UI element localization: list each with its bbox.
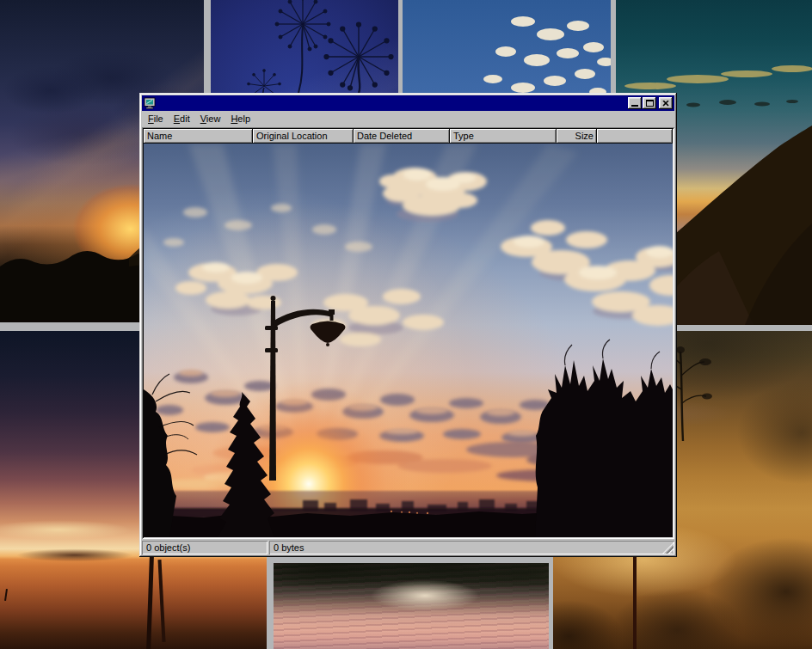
column-header-row: Name Original Location Date Deleted Type… [144,129,673,144]
menu-edit[interactable]: Edit [169,112,195,126]
file-list-area[interactable]: Name Original Location Date Deleted Type… [142,127,674,539]
minimize-icon [631,105,638,107]
column-header-filler [597,129,673,144]
maximize-icon [646,100,654,107]
recycle-bin-window: File Edit View Help Name Original Locati… [139,93,677,557]
water-pole [157,560,165,642]
column-header-original-location[interactable]: Original Location [253,129,354,144]
wallpaper-photo-ripple-reflection [274,563,549,649]
window-titlebar[interactable] [142,95,674,111]
status-bar: 0 object(s) 0 bytes [142,539,674,554]
close-button[interactable] [659,97,673,109]
computer-icon [144,97,156,109]
column-header-name[interactable]: Name [144,129,253,144]
menu-help[interactable]: Help [225,112,255,126]
menu-bar: File Edit View Help [142,111,674,127]
resize-grip[interactable] [662,542,674,554]
water-stick [4,589,8,601]
minimize-button[interactable] [628,97,642,109]
column-header-size[interactable]: Size [557,129,597,144]
column-header-type[interactable]: Type [450,129,557,144]
status-size-text: 0 bytes [274,542,304,553]
menu-view[interactable]: View [195,112,226,126]
maximize-button[interactable] [643,97,656,109]
desktop: File Edit View Help Name Original Locati… [0,0,812,649]
column-header-date-deleted[interactable]: Date Deleted [354,129,450,144]
water-pole [146,556,154,649]
status-object-count: 0 object(s) [142,541,268,554]
status-size: 0 bytes [269,541,674,554]
water-pole [633,557,637,649]
menu-file[interactable]: File [143,112,169,126]
close-icon [662,101,669,107]
sunset-photo [144,144,673,537]
